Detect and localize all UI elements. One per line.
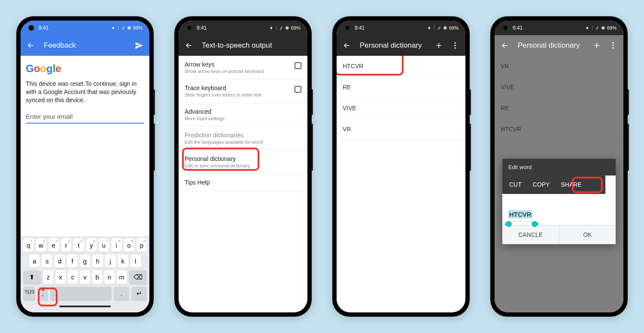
ctx-cut[interactable]: CUT — [509, 181, 522, 188]
kbd-row-3-letters: zxcvbnm — [43, 270, 127, 284]
backspace-key[interactable]: ⌫ — [129, 270, 147, 284]
page-title: Text-to-speech output — [202, 41, 301, 50]
setting-title: Personal dictionary — [185, 155, 301, 162]
key-i[interactable]: i8 — [111, 239, 122, 252]
key-f[interactable]: f — [67, 254, 77, 268]
back-icon[interactable] — [501, 41, 509, 50]
key-o[interactable]: o9 — [124, 239, 134, 252]
svg-point-0 — [454, 42, 456, 44]
key-c[interactable]: c — [68, 270, 78, 284]
context-menu: CUT COPY SHARE — [502, 175, 605, 194]
svg-point-3 — [612, 42, 614, 44]
kbd-row-2: asdfghjkl — [23, 254, 147, 268]
cancel-button[interactable]: CANCLE — [502, 225, 559, 244]
key-j[interactable]: j — [105, 254, 115, 268]
key-z[interactable]: z — [43, 270, 54, 284]
setting-subtitle: Edit the languages available for world — [185, 139, 301, 145]
key-e[interactable]: e3 — [49, 239, 59, 252]
reset-message: This device was reset.To continue, sign … — [21, 78, 149, 110]
enter-key[interactable]: ↵ — [131, 287, 147, 300]
key-b[interactable]: b — [92, 270, 103, 284]
status-right: ▾ ⋮⫽ ⦿ 69% — [586, 25, 617, 31]
dict-word[interactable]: HTCVR — [337, 56, 465, 77]
period-key[interactable]: . — [114, 287, 129, 300]
status-bar: 9:41 ▾ ⋮⫽ ⦿ 69% — [21, 21, 149, 35]
back-icon[interactable] — [185, 41, 193, 50]
word-input[interactable]: HTCVR — [508, 211, 532, 221]
more-icon[interactable] — [451, 41, 459, 50]
page-title: Personal dictionary — [518, 41, 584, 50]
setting-advanced[interactable]: AdvancedMore input settings — [179, 103, 307, 127]
selected-text: HTCVR — [508, 210, 532, 218]
key-y[interactable]: y6 — [86, 239, 97, 252]
setting-trace-keyboard[interactable]: Trace keyboardSlide fingers over letters… — [179, 79, 307, 103]
svg-point-1 — [454, 45, 456, 46]
send-icon[interactable] — [135, 41, 143, 50]
setting-personal-dictionary[interactable]: Personal dictionaryEdit or sync personal… — [179, 150, 307, 174]
status-right: ▾ ⋮⫽ ⦿ 69% — [428, 25, 459, 31]
email-field[interactable]: Enter your emall — [26, 110, 144, 124]
key-n[interactable]: n — [104, 270, 115, 284]
status-bar: 9:41 ▾ ⋮⫽ ⦿ 69% — [337, 21, 465, 35]
add-icon[interactable] — [434, 41, 443, 50]
svg-point-4 — [612, 45, 614, 46]
back-icon[interactable] — [27, 41, 35, 50]
edit-word-dialog: Edit word HTCVR CANCLE OK — [502, 159, 616, 244]
setting-title: Prediction dictionaries — [185, 132, 301, 139]
key-a[interactable]: a — [29, 254, 39, 268]
key-q[interactable]: q1 — [23, 239, 33, 252]
key-u[interactable]: u7 — [99, 239, 109, 252]
key-w[interactable]: w2 — [36, 239, 46, 252]
dictionary-list: VRVIVEREHTCVR Edit word HTCVR CANCLE OK … — [495, 56, 623, 312]
status-time: 9:41 — [39, 25, 49, 31]
dict-word[interactable]: VIVE — [337, 98, 465, 119]
key-s[interactable]: s — [42, 254, 52, 268]
setting-prediction-dictionaries[interactable]: Prediction dictionariesEdit the language… — [179, 127, 307, 150]
space-key[interactable] — [50, 287, 112, 300]
keyboard: q1w2e3r4t5y6u7i8o9p0 asdfghjkl ⬆ zxcvbnm… — [21, 236, 149, 312]
phone-tts-settings: 9:41 ▾ ⋮⫽ ⦿ 69% Text-to-speech output Ar… — [174, 16, 312, 317]
key-d[interactable]: d — [55, 254, 65, 268]
key-m[interactable]: m — [117, 270, 127, 284]
key-k[interactable]: k — [118, 254, 128, 268]
setting-tips-help[interactable]: Tips Help — [179, 174, 307, 191]
checkbox[interactable] — [295, 62, 301, 69]
key-v[interactable]: v — [80, 270, 90, 284]
ok-button[interactable]: OK — [559, 225, 616, 244]
key-r[interactable]: r4 — [61, 239, 71, 252]
back-icon[interactable] — [343, 41, 351, 50]
kbd-row-3: ⬆ zxcvbnm ⌫ — [23, 270, 147, 284]
home-indicator[interactable] — [59, 306, 111, 307]
dict-word[interactable]: RE — [337, 77, 465, 98]
kbd-row-1: q1w2e3r4t5y6u7i8o9p0 — [23, 239, 147, 252]
add-icon[interactable] — [592, 41, 601, 50]
key-h[interactable]: h — [92, 254, 103, 268]
ctx-copy[interactable]: COPY — [533, 181, 550, 188]
key-x[interactable]: x — [55, 270, 66, 284]
app-bar: Feedback — [21, 35, 149, 56]
ctx-share[interactable]: SHARE — [561, 181, 581, 188]
status-bar: 9:41 ▾ ⋮⫽ ⦿ 69% — [179, 21, 307, 35]
dialog-title: Edit word — [502, 159, 616, 176]
google-logo: Google — [21, 56, 149, 78]
app-bar: Text-to-speech output — [179, 35, 307, 56]
checkbox[interactable] — [295, 86, 301, 93]
key-l[interactable]: l — [131, 254, 141, 268]
status-time: 9:41 — [513, 25, 522, 31]
key-p[interactable]: p0 — [137, 239, 147, 252]
phone-feedback: 9:41 ▾ ⋮⫽ ⦿ 69% Feedback Google This dev… — [16, 16, 154, 317]
key-g[interactable]: g — [80, 254, 90, 268]
shift-key[interactable]: ⬆ — [23, 270, 41, 284]
status-bar: 9:41 ▾ ⋮⫽ ⦿ 69% — [495, 21, 623, 35]
setting-arrow-keys[interactable]: Arrow keysShow arrow keys on portrait ke… — [179, 56, 307, 79]
setting-title: Tips Help — [185, 179, 301, 186]
setting-title: Arrow keys — [185, 61, 290, 68]
settings-list: Arrow keysShow arrow keys on portrait ke… — [179, 56, 307, 312]
settings-comma-key[interactable]: ⚙, — [38, 287, 48, 300]
dict-word[interactable]: VR — [337, 119, 465, 140]
phone-dictionary: 9:41 ▾ ⋮⫽ ⦿ 69% Personal dictionary HTCV… — [332, 16, 470, 317]
more-icon[interactable] — [609, 41, 617, 50]
key-t[interactable]: t5 — [73, 239, 84, 252]
phone-edit-word: 9:41 ▾ ⋮⫽ ⦿ 69% Personal dictionary VRVI… — [490, 16, 628, 317]
symbols-key[interactable]: ?123 — [23, 287, 36, 300]
